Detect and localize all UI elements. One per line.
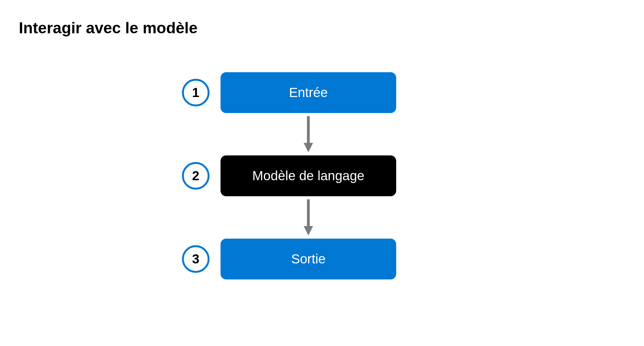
- step-number-3: 3: [182, 245, 210, 273]
- svg-marker-1: [304, 143, 313, 152]
- arrow-down-icon: [304, 199, 313, 235]
- arrow-down-icon: [304, 116, 313, 152]
- arrow-row-2: [182, 196, 396, 239]
- svg-marker-3: [304, 226, 313, 235]
- diagram-title: Interagir avec le modèle: [19, 19, 198, 37]
- step-number-2: 2: [182, 162, 210, 190]
- flow-diagram: 1 Entrée 2 Modèle de langage 3 Sortie: [182, 72, 396, 279]
- arrow-row-1: [182, 113, 396, 155]
- step-row-1: 1 Entrée: [182, 72, 396, 113]
- step-box-output: Sortie: [221, 239, 396, 279]
- step-number-1: 1: [182, 79, 210, 106]
- step-box-input: Entrée: [221, 72, 396, 113]
- step-box-model: Modèle de langage: [221, 155, 396, 196]
- step-row-2: 2 Modèle de langage: [182, 155, 396, 196]
- step-row-3: 3 Sortie: [182, 239, 396, 279]
